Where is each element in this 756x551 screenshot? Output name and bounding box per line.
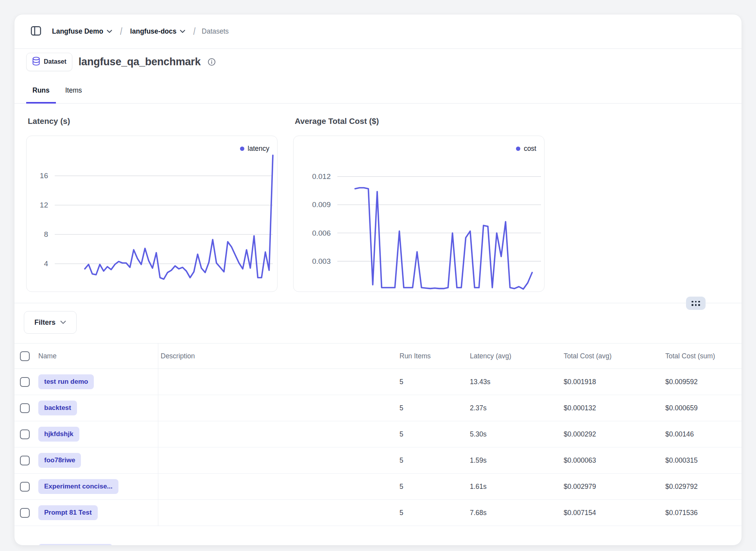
chevron-down-icon xyxy=(107,30,112,33)
breadcrumb-separator: / xyxy=(120,26,122,37)
tab-runs[interactable]: Runs xyxy=(26,82,56,103)
runs-table: Name Description Run Items Latency (avg)… xyxy=(14,343,742,546)
chevron-down-icon xyxy=(60,320,66,324)
latency-chart-card: latency 481216 xyxy=(26,136,278,292)
column-header-run-items: Run Items xyxy=(397,352,468,360)
page-title: langfuse_qa_benchmark xyxy=(79,56,201,68)
run-name-link[interactable]: foo78riwe xyxy=(38,453,81,468)
svg-text:8: 8 xyxy=(44,230,48,238)
main-card: Langfuse Demo / langfuse-docs / Datasets xyxy=(14,14,742,546)
latency-avg-cell: 1.61s xyxy=(468,483,561,491)
total-cost-sum-cell: $0.00146 xyxy=(663,430,742,438)
latency-avg-cell: 7.68s xyxy=(468,509,561,517)
column-header-description: Description xyxy=(158,352,397,360)
total-cost-avg-cell: $0.001918 xyxy=(561,378,663,386)
svg-text:0.003: 0.003 xyxy=(312,257,331,265)
latency-avg-cell: 2.37s xyxy=(468,404,561,412)
sidebar-toggle-button[interactable] xyxy=(29,24,43,39)
total-cost-sum-cell: $0.009592 xyxy=(663,378,742,386)
breadcrumb-project-label: langfuse-docs xyxy=(130,27,177,36)
table-row[interactable]: Prompt 81 Test 5 7.68s $0.007154 $0.0715… xyxy=(14,500,742,526)
run-name-link[interactable]: test run demo xyxy=(38,374,94,389)
topbar: Langfuse Demo / langfuse-docs / Datasets xyxy=(14,14,742,49)
run-items-cell: 5 xyxy=(397,483,468,491)
page-header: Dataset langfuse_qa_benchmark xyxy=(14,49,742,72)
row-checkbox[interactable] xyxy=(20,508,30,518)
filters-button-label: Filters xyxy=(34,318,56,327)
latency-legend-label: latency xyxy=(248,145,269,153)
latency-avg-cell: 5.30s xyxy=(468,430,561,438)
total-cost-sum-cell: $0.071536 xyxy=(663,509,742,517)
row-checkbox[interactable] xyxy=(20,456,30,465)
panel-left-icon xyxy=(30,25,42,38)
breadcrumb-project-selector[interactable]: langfuse-docs xyxy=(129,25,187,38)
run-name-link[interactable]: backtest xyxy=(38,401,77,415)
column-header-name: Name xyxy=(38,352,57,360)
tab-items[interactable]: Items xyxy=(59,82,88,103)
table-row[interactable]: foo78riwe 5 1.59s $0.000063 $0.000315 xyxy=(14,447,742,474)
run-items-cell: 5 xyxy=(397,378,468,386)
breadcrumb-separator: / xyxy=(193,26,195,37)
svg-text:4: 4 xyxy=(44,259,48,268)
latency-avg-cell: 1.59s xyxy=(468,456,561,465)
latency-legend: latency xyxy=(240,145,269,153)
run-items-cell: 5 xyxy=(397,404,468,412)
database-icon xyxy=(32,57,40,67)
total-cost-avg-cell: $0.002979 xyxy=(561,483,663,491)
run-items-cell: 5 xyxy=(397,509,468,517)
row-checkbox[interactable] xyxy=(20,429,30,439)
cost-legend: cost xyxy=(516,145,536,153)
tab-bar: Runs Items xyxy=(14,82,742,104)
table-row[interactable]: test run demo 5 13.43s $0.001918 $0.0095… xyxy=(14,369,742,395)
table-row[interactable]: backtest 5 2.37s $0.000132 $0.000659 xyxy=(14,395,742,421)
row-checkbox[interactable] xyxy=(20,482,30,492)
column-header-total-cost-sum: Total Cost (sum) xyxy=(663,352,742,360)
chevron-down-icon xyxy=(180,30,185,33)
cost-legend-label: cost xyxy=(524,145,536,153)
dataset-badge: Dataset xyxy=(26,53,72,71)
row-checkbox[interactable] xyxy=(20,377,30,387)
breadcrumb-org-label: Langfuse Demo xyxy=(52,27,103,36)
svg-text:0.006: 0.006 xyxy=(312,229,331,237)
info-icon[interactable] xyxy=(208,58,216,66)
latency-chart-title: Latency (s) xyxy=(26,116,278,126)
breadcrumb-page-datasets[interactable]: Datasets xyxy=(202,27,229,36)
table-header-row: Name Description Run Items Latency (avg)… xyxy=(14,343,742,369)
breadcrumb: Langfuse Demo / langfuse-docs / Datasets xyxy=(50,25,229,38)
latency-avg-cell: 13.43s xyxy=(468,378,561,386)
column-header-total-cost-avg: Total Cost (avg) xyxy=(561,352,663,360)
resize-handle[interactable] xyxy=(686,297,706,310)
total-cost-sum-cell: $0.029792 xyxy=(663,483,742,491)
latency-chart-block: Latency (s) latency 481216 xyxy=(26,116,278,292)
table-row[interactable]: hjkfdshjk 5 5.30s $0.000292 $0.00146 xyxy=(14,421,742,447)
row-checkbox[interactable] xyxy=(20,403,30,413)
select-all-checkbox[interactable] xyxy=(20,351,30,361)
charts-section: Latency (s) latency 481216 Average Total… xyxy=(14,104,742,292)
filters-button[interactable]: Filters xyxy=(24,311,77,334)
total-cost-avg-cell: $0.000063 xyxy=(561,456,663,465)
run-name-link[interactable] xyxy=(38,544,113,546)
total-cost-avg-cell: $0.000292 xyxy=(561,430,663,438)
run-name-link[interactable]: Experiment concise... xyxy=(38,479,118,494)
section-divider xyxy=(14,303,742,303)
total-cost-sum-cell: $0.000315 xyxy=(663,456,742,465)
table-row-partial[interactable] xyxy=(14,526,742,546)
dataset-badge-label: Dataset xyxy=(44,58,66,65)
svg-text:16: 16 xyxy=(40,172,48,180)
table-row[interactable]: Experiment concise... 5 1.61s $0.002979 … xyxy=(14,474,742,500)
total-cost-avg-cell: $0.007154 xyxy=(561,509,663,517)
breadcrumb-org-selector[interactable]: Langfuse Demo xyxy=(50,25,114,38)
column-header-latency-avg: Latency (avg) xyxy=(468,352,561,360)
legend-dot-icon xyxy=(240,147,244,151)
total-cost-sum-cell: $0.000659 xyxy=(663,404,742,412)
run-name-link[interactable]: Prompt 81 Test xyxy=(38,505,98,520)
run-name-link[interactable]: hjkfdshjk xyxy=(38,427,79,442)
cost-chart-card: cost 0.0030.0060.0090.012 xyxy=(293,136,545,292)
cost-chart-block: Average Total Cost ($) cost 0.0030.0060.… xyxy=(293,116,545,292)
run-items-cell: 5 xyxy=(397,456,468,465)
cost-chart-title: Average Total Cost ($) xyxy=(293,116,545,126)
run-items-cell: 5 xyxy=(397,430,468,438)
grip-dots-icon xyxy=(692,301,700,306)
legend-dot-icon xyxy=(516,147,520,151)
total-cost-avg-cell: $0.000132 xyxy=(561,404,663,412)
